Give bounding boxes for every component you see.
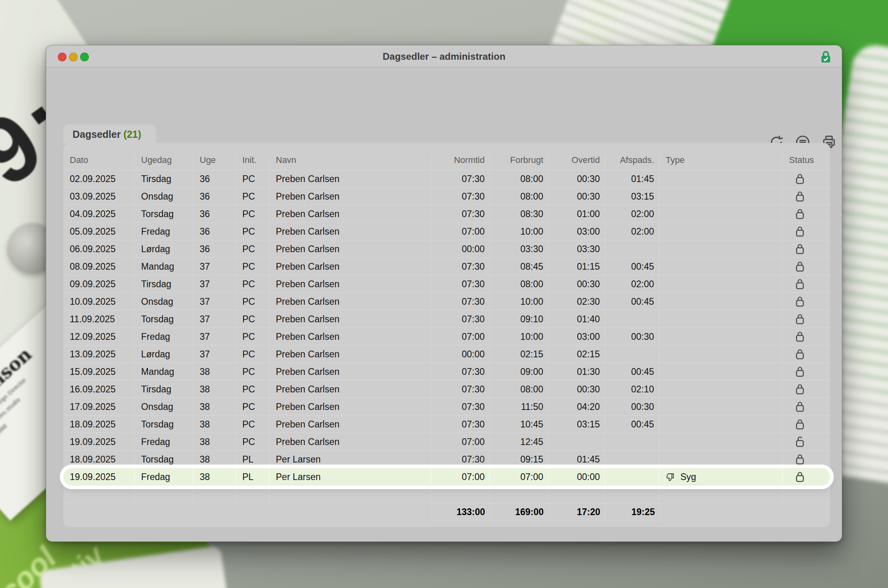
cell-navn: Preben Carlsen [269,363,431,380]
cell-ugedag: Torsdag [135,416,193,433]
background-paper [39,545,232,588]
column-header-afspads[interactable]: Afspads. [605,155,659,170]
lock-icon[interactable] [795,453,805,466]
cell-type [659,188,783,205]
cell-init: PC [236,170,269,187]
cell-ugedag: Torsdag [135,310,193,327]
lock-icon[interactable] [795,190,805,203]
cell-normtid: 07:30 [431,275,490,292]
cell-dato: 15.09.2025 [63,363,135,380]
table-panel: DatoUgedagUgeInit.NavnNormtidForbrugtOve… [63,143,830,527]
cell-init: PL [236,451,269,468]
table-row[interactable]: 08.09.2025Mandag37PCPreben Carlsen07:300… [63,258,830,275]
column-header-ugedag[interactable]: Ugedag [135,155,193,170]
cell-afspads: 00:45 [605,416,659,433]
cell-dato: 06.09.2025 [63,240,135,257]
cell-dato: 05.09.2025 [63,223,135,240]
cell-status [783,205,830,222]
column-header-dato[interactable]: Dato [63,155,135,170]
lock-icon[interactable] [795,225,805,238]
cell-afspads: 03:15 [605,188,659,205]
cell-uge: 38 [193,451,236,468]
table-row[interactable]: 03.09.2025Onsdag36PCPreben Carlsen07:300… [63,188,830,205]
cell-afspads: 00:30 [605,328,659,345]
type-label: Syg [680,468,696,486]
cell-uge: 37 [193,345,236,363]
table-row[interactable]: 13.09.2025Lørdag37PCPreben Carlsen00:000… [63,345,830,363]
table-row[interactable]: 11.09.2025Torsdag37PCPreben Carlsen07:30… [63,310,830,328]
cell-ugedag: Onsdag [135,398,193,415]
column-header-type[interactable]: Type [659,155,783,170]
cell-uge: 38 [193,468,236,486]
lock-icon[interactable] [795,418,805,431]
cell-forbrugt: 03:30 [490,240,548,257]
tab-dagsedler[interactable]: Dagsedler (21) [63,124,156,143]
cell-type [659,345,783,363]
cell-forbrugt: 10:00 [490,328,548,345]
lock-icon[interactable] [795,365,805,378]
cell-afspads: 00:30 [605,398,659,415]
cell-status [783,223,830,240]
cell-overtid: 02:30 [548,293,605,310]
cell-type [659,275,783,292]
lock-icon[interactable] [795,470,805,483]
column-header-init[interactable]: Init. [236,155,269,170]
cell-init: PC [236,416,269,433]
table-row[interactable]: 09.09.2025Tirsdag37PCPreben Carlsen07:30… [63,275,830,293]
table-row[interactable]: 15.09.2025Mandag38PCPreben Carlsen07:300… [63,363,830,380]
column-header-status[interactable]: Status [783,155,830,170]
cell-navn: Preben Carlsen [269,345,431,363]
table-row[interactable]: 16.09.2025Tirsdag38PCPreben Carlsen07:30… [63,380,830,398]
lock-icon[interactable] [795,208,805,220]
table-row[interactable]: 17.09.2025Onsdag38PCPreben Carlsen07:301… [63,398,830,416]
table-row[interactable]: 19.09.2025Fredag38PLPer Larsen07:0007:00… [63,468,830,486]
table-row[interactable]: 19.09.2025Fredag38PCPreben Carlsen07:001… [63,433,830,451]
lock-icon[interactable] [795,348,805,361]
cell-dato: 04.09.2025 [63,205,135,222]
cell-init: PC [236,380,269,398]
cell-ugedag: Tirsdag [135,275,193,292]
table-row[interactable]: 18.09.2025Torsdag38PCPreben Carlsen07:30… [63,416,830,433]
cell-ugedag: Fredag [135,433,193,450]
lock-icon[interactable] [795,172,805,185]
lock-icon[interactable] [795,383,805,396]
cell-afspads: 01:45 [605,170,659,187]
cell-navn: Preben Carlsen [269,328,431,345]
cell-afspads: 02:00 [605,223,659,240]
lock-icon[interactable] [795,260,805,273]
lock-open-icon[interactable] [795,435,805,448]
lock-icon[interactable] [795,313,805,325]
cell-dato: 13.09.2025 [63,345,135,363]
cell-dato: 19.09.2025 [63,468,135,486]
cell-type [659,223,783,240]
cell-dato: 16.09.2025 [63,380,135,398]
column-header-navn[interactable]: Navn [269,155,431,170]
lock-icon[interactable] [795,330,805,343]
cell-forbrugt: 10:00 [490,223,548,240]
table-row[interactable]: 06.09.2025Lørdag36PCPreben Carlsen00:000… [63,240,830,258]
table-row[interactable]: 10.09.2025Onsdag37PCPreben Carlsen07:301… [63,293,830,310]
cell-ugedag: Tirsdag [135,380,193,398]
table-row[interactable]: 05.09.2025Fredag36PCPreben Carlsen07:001… [63,223,830,240]
cell-status [783,451,830,468]
cell-forbrugt: 12:45 [490,433,548,450]
table-row[interactable]: 12.09.2025Fredag37PCPreben Carlsen07:001… [63,328,830,345]
column-header-forbrugt[interactable]: Forbrugt [490,155,548,170]
table-row[interactable]: 18.09.2025Torsdag38PLPer Larsen07:3009:1… [63,451,830,468]
column-header-overtid[interactable]: Overtid [548,155,605,170]
lock-icon[interactable] [795,278,805,290]
lock-icon[interactable] [795,400,805,413]
table-row[interactable]: 04.09.2025Torsdag36PCPreben Carlsen07:30… [63,205,830,223]
column-header-normtid[interactable]: Normtid [431,155,490,170]
cell-uge: 37 [193,258,236,275]
cell-uge: 36 [193,240,236,257]
column-header-uge[interactable]: Uge [193,155,236,170]
cell-type [659,380,783,398]
cell-init: PC [236,363,269,380]
lock-icon[interactable] [795,295,805,308]
lock-icon[interactable] [795,243,805,255]
cell-status [783,258,830,275]
cell-overtid: 00:30 [548,170,605,187]
table-row[interactable]: 02.09.2025Tirsdag36PCPreben Carlsen07:30… [63,170,830,188]
cell-type [659,416,783,433]
